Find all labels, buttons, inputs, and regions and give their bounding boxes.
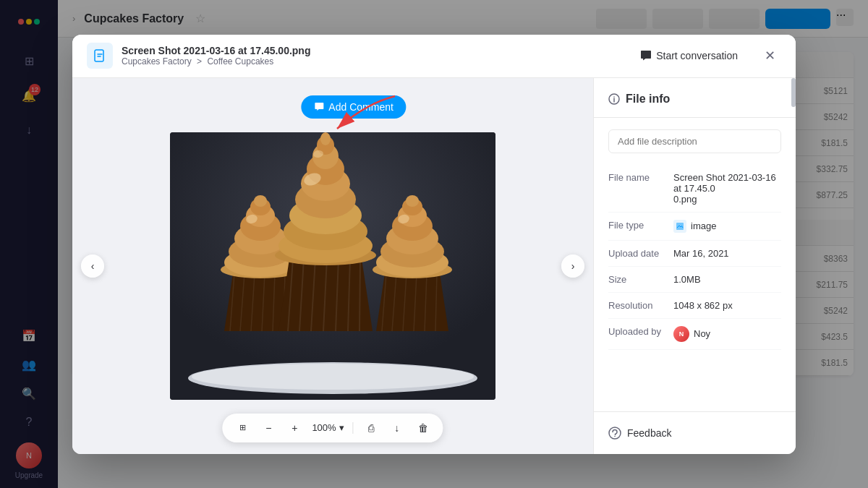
svg-point-19 [254, 195, 267, 207]
download-button[interactable]: ↓ [388, 419, 406, 437]
svg-line-42 [359, 259, 360, 331]
value-size: 1.0MB [673, 274, 781, 285]
value-file-name: Screen Shot 2021-03-16 at 17.45.00.png [673, 172, 781, 205]
file-info-row-resolution: Resolution 1048 x 862 px [608, 293, 781, 319]
image-toolbar: ⊞ − + 100% ▾ ⎙ ↓ 🗑 [222, 414, 443, 442]
toolbar-divider [353, 422, 354, 434]
zoom-in-button[interactable]: + [286, 419, 303, 437]
nav-arrow-right[interactable]: › [561, 254, 584, 278]
file-info-row-type: File type image [608, 213, 781, 241]
nav-arrow-left[interactable]: ‹ [81, 254, 104, 278]
modal-body: Add Comment ‹ › [72, 78, 796, 454]
image-container [170, 132, 495, 400]
cupcake-image [170, 132, 495, 400]
svg-point-56 [613, 96, 615, 98]
file-info-row-uploader: Uploaded by N Noy [608, 319, 781, 350]
file-title-area: Screen Shot 2021-03-16 at 17.45.00.png C… [122, 45, 620, 67]
conversation-icon [640, 50, 652, 61]
scrollbar-handle[interactable] [791, 78, 796, 107]
svg-point-59 [614, 435, 616, 437]
add-comment-button[interactable]: Add Comment [301, 95, 406, 119]
svg-point-58 [609, 427, 621, 439]
close-icon: ✕ [765, 48, 775, 64]
desktop: ⊞ 🔔 12 ↓ 📅 👥 🔍 ? N Upgrade › Cupcakes Fa… [0, 0, 868, 488]
feedback-label: Feedback [627, 427, 671, 439]
svg-point-52 [320, 132, 331, 145]
svg-point-5 [192, 364, 474, 390]
info-icon [608, 93, 620, 105]
zoom-display: 100% ▾ [312, 422, 344, 433]
info-title: File info [626, 93, 670, 106]
file-info-table: File name Screen Shot 2021-03-16 at 17.4… [594, 165, 796, 411]
value-uploaded-by: N Noy [673, 326, 781, 342]
file-name: Screen Shot 2021-03-16 at 17.45.00.png [122, 45, 620, 56]
label-size: Size [608, 274, 673, 285]
comment-icon [314, 102, 324, 112]
value-file-type: image [673, 220, 781, 233]
modal-overlay[interactable]: Screen Shot 2021-03-16 at 17.45.00.png C… [0, 0, 868, 488]
label-uploaded-by: Uploaded by [608, 326, 673, 337]
modal-header: Screen Shot 2021-03-16 at 17.45.00.png C… [72, 35, 796, 78]
start-conversation-label: Start conversation [656, 50, 738, 61]
breadcrumb-parent: Cupcakes Factory [122, 56, 192, 67]
feedback-button[interactable]: Feedback [608, 424, 671, 442]
file-info-row-size: Size 1.0MB [608, 267, 781, 293]
file-info-row-date: Upload date Mar 16, 2021 [608, 241, 781, 267]
info-panel-header: File info [594, 78, 796, 118]
start-conversation-button[interactable]: Start conversation [629, 44, 749, 67]
value-resolution: 1048 x 862 px [673, 300, 781, 311]
close-button[interactable]: ✕ [758, 44, 781, 67]
uploader-avatar: N [673, 326, 689, 342]
breadcrumb-child: Coffee Cupcakes [207, 56, 273, 67]
svg-rect-0 [95, 50, 103, 61]
label-file-name: File name [608, 172, 673, 183]
file-info-row-name: File name Screen Shot 2021-03-16 at 17.4… [608, 165, 781, 213]
label-file-type: File type [608, 220, 673, 231]
image-panel: Add Comment ‹ › [72, 78, 593, 454]
info-panel-footer: Feedback [594, 411, 796, 454]
file-type-icon [87, 43, 113, 69]
breadcrumb-separator: > [197, 56, 204, 67]
label-resolution: Resolution [608, 300, 673, 311]
svg-point-34 [406, 195, 419, 207]
fit-screen-button[interactable]: ⊞ [234, 419, 251, 437]
file-info-panel: File info File name Screen Shot 2021-03-… [593, 78, 796, 454]
breadcrumb: Cupcakes Factory > Coffee Cupcakes [122, 56, 620, 67]
delete-button[interactable]: 🗑 [414, 419, 432, 437]
header-actions: Start conversation ✕ [629, 44, 781, 67]
file-type-small-icon [673, 220, 686, 233]
zoom-value: 100% [312, 422, 336, 433]
file-description-input[interactable] [608, 129, 781, 153]
add-comment-label: Add Comment [328, 101, 393, 113]
file-preview-modal: Screen Shot 2021-03-16 at 17.45.00.png C… [72, 35, 796, 454]
zoom-out-button[interactable]: − [260, 419, 277, 437]
label-upload-date: Upload date [608, 248, 673, 259]
zoom-chevron: ▾ [339, 422, 344, 433]
feedback-icon [608, 427, 621, 440]
value-upload-date: Mar 16, 2021 [673, 248, 781, 259]
print-button[interactable]: ⎙ [362, 419, 380, 437]
